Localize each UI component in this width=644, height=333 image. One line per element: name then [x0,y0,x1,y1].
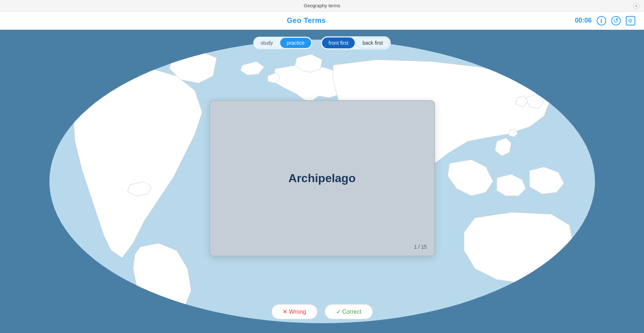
app-title: Geo Terms [287,16,326,25]
refresh-button[interactable]: ↺ [611,16,621,25]
practice-button[interactable]: practice [280,38,311,48]
window-title: Geography terms [304,3,340,8]
info-button[interactable]: ℹ [597,16,606,25]
front-back-toggle: front first back first [321,36,391,49]
front-first-button[interactable]: front first [322,37,355,48]
answer-buttons: ✕ Wrong ✓ Correct [271,304,372,319]
flashcard-word: Archipelago [288,172,356,185]
timer-display: 00:06 [575,17,592,24]
wrong-button[interactable]: ✕ Wrong [271,304,317,319]
study-button[interactable]: study [254,38,279,48]
study-practice-toggle: study practice [253,37,312,49]
header-controls: 00:06 ℹ ↺ ⚙ [575,16,635,25]
correct-button[interactable]: ✓ Correct [325,304,373,319]
app-header: Geo Terms 00:06 ℹ ↺ ⚙ [0,12,644,30]
title-bar: Geography terms × [0,0,644,12]
close-button[interactable]: × [633,3,640,9]
flashcard-container: Archipelago 1 / 15 [209,100,435,256]
settings-button[interactable]: ⚙ [626,16,635,25]
main-content: study practice front first back first Ar… [0,30,644,333]
mode-controls: study practice front first back first [253,36,391,49]
flashcard-counter: 1 / 15 [414,244,427,250]
back-first-button[interactable]: back first [356,37,390,48]
flashcard[interactable]: Archipelago 1 / 15 [209,100,435,256]
